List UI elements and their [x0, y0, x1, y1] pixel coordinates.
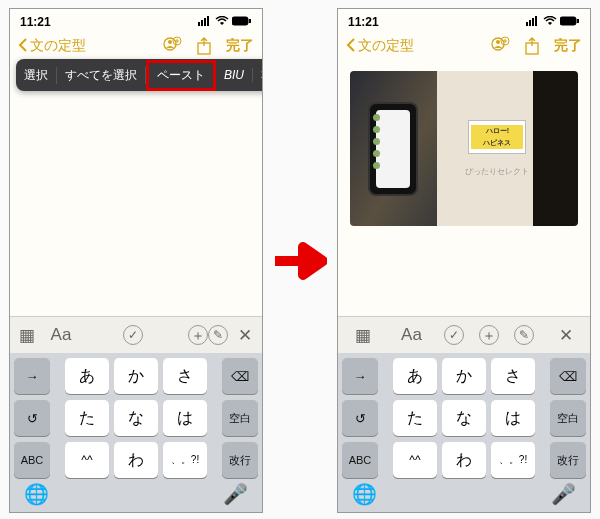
keyboard: → ↺ ABC あ か さ た な は ま や ら	[10, 353, 262, 512]
table-icon[interactable]: ▦	[346, 325, 380, 346]
add-attachment-icon[interactable]: ＋	[479, 325, 499, 345]
dismiss-keyboard-icon[interactable]: ✕	[228, 325, 262, 346]
key-ka[interactable]: か	[114, 358, 158, 394]
note-editor[interactable]: ハロー! ハピネス ぴったりセレクト	[338, 61, 590, 316]
svg-rect-11	[529, 20, 531, 26]
poster-line2: ハピネス	[471, 137, 523, 149]
signal-icon	[526, 15, 540, 29]
svg-rect-2	[204, 18, 206, 26]
checklist-icon[interactable]: ✓	[444, 325, 464, 345]
key-ta[interactable]: た	[393, 400, 437, 436]
battery-icon	[560, 15, 580, 29]
key-sa[interactable]: さ	[163, 358, 207, 394]
status-time: 11:21	[20, 15, 51, 29]
svg-point-7	[168, 40, 172, 44]
text-style-button[interactable]: Aa	[44, 325, 78, 345]
pasted-image-right: ハロー! ハピネス ぴったりセレクト	[437, 71, 578, 226]
globe-icon[interactable]: 🌐	[24, 482, 49, 506]
pasted-image-left	[350, 71, 437, 226]
checklist-icon[interactable]: ✓	[123, 325, 143, 345]
context-indent-right[interactable]: 右へインデント	[253, 67, 263, 84]
svg-rect-14	[560, 17, 576, 25]
context-select-all[interactable]: すべてを選択	[57, 67, 146, 84]
key-wa[interactable]: わ	[114, 442, 158, 478]
share-icon[interactable]	[522, 36, 542, 56]
wifi-icon	[215, 15, 229, 29]
add-contact-icon[interactable]	[162, 36, 182, 56]
status-icons	[526, 15, 580, 29]
signal-icon	[198, 15, 212, 29]
wifi-icon	[543, 15, 557, 29]
markup-icon[interactable]: ✎	[208, 325, 228, 345]
svg-rect-1	[201, 20, 203, 26]
key-punct[interactable]: 、。?!	[163, 442, 207, 478]
key-arrow[interactable]: →	[342, 358, 378, 394]
key-backspace[interactable]: ⌫	[222, 358, 258, 394]
key-space[interactable]: 空白	[550, 400, 586, 436]
globe-icon[interactable]: 🌐	[352, 482, 377, 506]
text-style-button[interactable]: Aa	[395, 325, 429, 345]
status-bar: 11:21	[10, 9, 262, 31]
key-wa[interactable]: わ	[442, 442, 486, 478]
chevron-left-icon	[346, 38, 356, 55]
transition-arrow-icon	[273, 241, 327, 281]
table-icon[interactable]: ▦	[10, 325, 44, 346]
svg-rect-10	[526, 22, 528, 26]
key-sa[interactable]: さ	[491, 358, 535, 394]
context-paste[interactable]: ペースト	[146, 60, 216, 91]
done-button[interactable]: 完了	[226, 37, 254, 55]
key-ha[interactable]: は	[163, 400, 207, 436]
svg-rect-15	[577, 19, 579, 23]
format-toolbar: ▦ Aa ✓ ＋ ✎ ✕	[338, 316, 590, 353]
status-icons	[198, 15, 252, 29]
note-editor[interactable]	[10, 61, 262, 316]
key-face[interactable]: ^^	[393, 442, 437, 478]
status-bar: 11:21	[338, 9, 590, 31]
key-na[interactable]: な	[114, 400, 158, 436]
mic-icon[interactable]: 🎤	[551, 482, 576, 506]
key-arrow[interactable]: →	[14, 358, 50, 394]
svg-rect-5	[249, 19, 251, 23]
svg-point-17	[496, 40, 500, 44]
pasted-image[interactable]: ハロー! ハピネス ぴったりセレクト	[350, 71, 578, 226]
key-face[interactable]: ^^	[65, 442, 109, 478]
phone-after: 11:21 文の定型 完了	[337, 8, 591, 513]
key-undo[interactable]: ↺	[14, 400, 50, 436]
key-a[interactable]: あ	[65, 358, 109, 394]
poster-subtitle: ぴったりセレクト	[465, 166, 529, 177]
key-space[interactable]: 空白	[222, 400, 258, 436]
key-undo[interactable]: ↺	[342, 400, 378, 436]
edit-context-menu: 選択 すべてを選択 ペースト BIU 右へインデント	[16, 59, 263, 91]
status-time: 11:21	[348, 15, 379, 29]
battery-icon	[232, 15, 252, 29]
key-ha[interactable]: は	[491, 400, 535, 436]
svg-rect-13	[535, 16, 537, 26]
add-contact-icon[interactable]	[490, 36, 510, 56]
context-select[interactable]: 選択	[16, 67, 57, 84]
nav-back-button[interactable]: 文の定型	[18, 37, 86, 55]
key-na[interactable]: な	[442, 400, 486, 436]
key-ka[interactable]: か	[442, 358, 486, 394]
add-attachment-icon[interactable]: ＋	[188, 325, 208, 345]
key-a[interactable]: あ	[393, 358, 437, 394]
dismiss-keyboard-icon[interactable]: ✕	[549, 325, 583, 346]
done-button[interactable]: 完了	[554, 37, 582, 55]
nav-back-label: 文の定型	[358, 37, 414, 55]
svg-rect-4	[232, 17, 248, 25]
share-icon[interactable]	[194, 36, 214, 56]
keyboard: → ↺ ABC あ か さ た な は ま や ら	[338, 353, 590, 512]
nav-back-button[interactable]: 文の定型	[346, 37, 414, 55]
key-backspace[interactable]: ⌫	[550, 358, 586, 394]
key-ta[interactable]: た	[65, 400, 109, 436]
mic-icon[interactable]: 🎤	[223, 482, 248, 506]
markup-icon[interactable]: ✎	[514, 325, 534, 345]
chevron-left-icon	[18, 38, 28, 55]
poster: ハロー! ハピネス	[468, 120, 526, 154]
nav-bar: 文の定型 完了	[338, 31, 590, 61]
poster-line1: ハロー!	[471, 125, 523, 137]
key-punct[interactable]: 、。?!	[491, 442, 535, 478]
svg-rect-3	[207, 16, 209, 26]
context-biu[interactable]: BIU	[216, 68, 253, 82]
nav-back-label: 文の定型	[30, 37, 86, 55]
svg-rect-12	[532, 18, 534, 26]
